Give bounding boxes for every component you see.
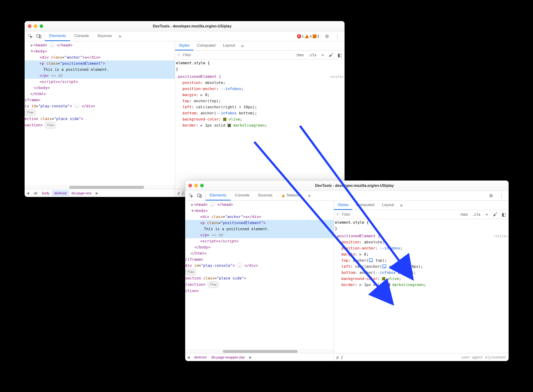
dom-body-open[interactable]: ▼<body> <box>25 48 175 54</box>
element-style-selector[interactable]: element.style { <box>176 61 210 65</box>
collapse-icon[interactable]: ▼ <box>191 208 194 214</box>
inspect-element-icon[interactable] <box>28 34 33 39</box>
ellipsis-icon[interactable]: … <box>74 104 79 108</box>
collapse-icon[interactable]: ▼ <box>30 48 33 54</box>
hov-toggle[interactable]: :hov <box>458 212 469 217</box>
tab-elements[interactable]: Elements <box>45 31 70 41</box>
subtab-styles[interactable]: Styles <box>175 41 193 50</box>
computed-toggle-icon[interactable]: ◧ <box>336 52 343 58</box>
dom-tree[interactable]: ▶<head> … </head> ▼<body> <div class="an… <box>25 41 175 185</box>
cls-toggle[interactable]: .cls <box>471 212 482 217</box>
horizontal-scrollbar[interactable] <box>25 185 175 189</box>
expand-icon[interactable]: ▶ <box>30 42 33 48</box>
dom-body-close[interactable]: </body> <box>185 244 334 250</box>
dom-section-open[interactable]: section class="place side"> <box>185 275 334 281</box>
subtab-layout[interactable]: Layout <box>378 201 398 210</box>
css-rules[interactable]: element.style { } <style> .positionedEle… <box>175 60 345 189</box>
subtab-layout[interactable]: Layout <box>219 41 239 50</box>
dom-p-text[interactable]: This is a positioned element. <box>25 67 175 73</box>
dom-head[interactable]: ▶<head> … </head> <box>25 42 175 48</box>
css-selector[interactable]: .positionedElement { <box>335 234 380 238</box>
breadcrumb-next-icon[interactable]: ▶ <box>94 191 100 195</box>
link-out-icon[interactable] <box>369 258 373 262</box>
breadcrumb-item[interactable]: body <box>40 190 52 196</box>
dom-section-close[interactable]: /section> flex <box>185 281 334 288</box>
dom-p-text[interactable]: This is a positioned element. <box>185 226 334 232</box>
more-subtabs-icon[interactable]: » <box>398 202 405 208</box>
dom-play-console[interactable]: iv id="play-console"> … </div> <box>25 103 175 109</box>
horizontal-scrollbar[interactable] <box>185 349 334 353</box>
breadcrumb-item[interactable]: ult <box>31 190 40 196</box>
paint-icon[interactable]: 🖌 <box>492 212 499 217</box>
dom-body-open[interactable]: ▼<body> <box>185 208 334 214</box>
tab-console[interactable]: Console <box>70 31 93 41</box>
filter-input[interactable] <box>342 212 457 217</box>
tab-elements[interactable]: Elements <box>206 191 231 201</box>
more-tabs-icon[interactable]: » <box>116 33 124 39</box>
dom-p-close[interactable]: </p> == $0 <box>25 73 175 79</box>
tab-sources[interactable]: Sources <box>254 191 277 201</box>
dom-p-open[interactable]: <p class="positionedElement"> <box>185 220 334 226</box>
tab-sources[interactable]: Sources <box>93 31 116 41</box>
device-toggle-icon[interactable] <box>36 34 42 39</box>
style-source-link[interactable]: <style> <box>330 74 344 80</box>
kebab-icon[interactable]: ⋮ <box>497 193 506 199</box>
css-rules[interactable]: element.style { } <style> .positionedEle… <box>334 219 509 353</box>
dom-script[interactable]: <script></script> <box>185 238 334 244</box>
breadcrumb-next-icon[interactable]: ▶ <box>247 355 254 359</box>
gear-icon[interactable]: ⚙ <box>487 193 496 199</box>
dom-script[interactable]: <script></script> <box>25 79 175 85</box>
cls-toggle[interactable]: .cls <box>306 52 318 58</box>
breadcrumb-item[interactable]: div.page-wrapper.star <box>209 354 247 360</box>
style-source-link[interactable]: <style> <box>494 233 508 239</box>
color-swatch-icon[interactable] <box>223 118 227 121</box>
color-swatch-icon[interactable] <box>387 283 390 286</box>
gear-icon[interactable]: ⚙ <box>323 33 331 39</box>
device-toggle-icon[interactable] <box>197 193 202 198</box>
zoom-icon[interactable] <box>200 184 204 187</box>
computed-toggle-icon[interactable]: ◧ <box>500 212 507 217</box>
color-swatch-icon[interactable] <box>382 277 385 280</box>
dom-tree[interactable]: ▶<head> … </head> ▼<body> <div class="an… <box>185 201 334 349</box>
paint-icon[interactable]: 🖌 <box>328 52 335 58</box>
element-style-selector[interactable]: element.style { <box>335 220 369 225</box>
close-icon[interactable] <box>188 184 192 187</box>
dom-p-open[interactable]: <p class="positionedElement"> <box>25 61 175 67</box>
dom-html-close[interactable]: </html> <box>25 91 175 97</box>
filter-input[interactable] <box>183 53 292 57</box>
flex-badge[interactable]: flex <box>208 281 219 288</box>
subtab-computed[interactable]: Computed <box>352 201 378 210</box>
dom-div-anchor[interactable]: <div class="anchor">⚓</div> <box>185 214 334 220</box>
tab-network[interactable]: ▲ Network <box>277 191 306 201</box>
more-subtabs-icon[interactable]: » <box>239 43 246 49</box>
issue-badges[interactable]: ✕1 4 3 <box>297 34 321 38</box>
dom-html-close[interactable]: </html> <box>185 250 334 257</box>
dom-section-open[interactable]: ection class="place side"> <box>25 116 175 122</box>
funnel-icon[interactable]: ▽ <box>335 213 340 216</box>
dom-trailing[interactable]: ction> <box>185 288 334 294</box>
breadcrumb-item[interactable]: div.page-wra <box>69 190 94 196</box>
dom-iframe-close[interactable]: /iframe> <box>185 257 334 263</box>
flex-badge[interactable]: flex <box>185 269 196 275</box>
ellipsis-icon[interactable]: … <box>49 43 54 47</box>
dom-head[interactable]: ▶<head> … </head> <box>185 202 334 208</box>
css-selector[interactable]: .positionedElement { <box>176 74 221 79</box>
subtab-styles[interactable]: Styles <box>334 201 352 210</box>
subtab-computed[interactable]: Computed <box>193 41 219 50</box>
flex-badge[interactable]: flex <box>45 122 56 128</box>
breadcrumb-item-selected[interactable]: div#root <box>52 190 69 196</box>
ellipsis-icon[interactable]: … <box>210 202 215 206</box>
dom-div-anchor[interactable]: <div class="anchor">⚓</div> <box>25 54 175 61</box>
tab-console[interactable]: Console <box>231 191 254 201</box>
new-style-rule-icon[interactable]: ＋ <box>319 52 326 58</box>
breadcrumb-prev-icon[interactable]: ◀ <box>185 355 192 359</box>
link-out-icon[interactable] <box>383 265 386 268</box>
more-tabs-icon[interactable]: » <box>306 193 313 199</box>
expand-icon[interactable]: ▶ <box>191 202 194 208</box>
dom-p-close[interactable]: </p> == $0 <box>185 232 334 238</box>
inspect-element-icon[interactable] <box>188 193 194 198</box>
dom-section-close[interactable]: section> flex <box>25 122 175 128</box>
breadcrumb-prev-icon[interactable]: ◀ <box>25 191 31 195</box>
flex-badge[interactable]: flex <box>25 109 36 116</box>
minimize-icon[interactable] <box>194 184 198 187</box>
